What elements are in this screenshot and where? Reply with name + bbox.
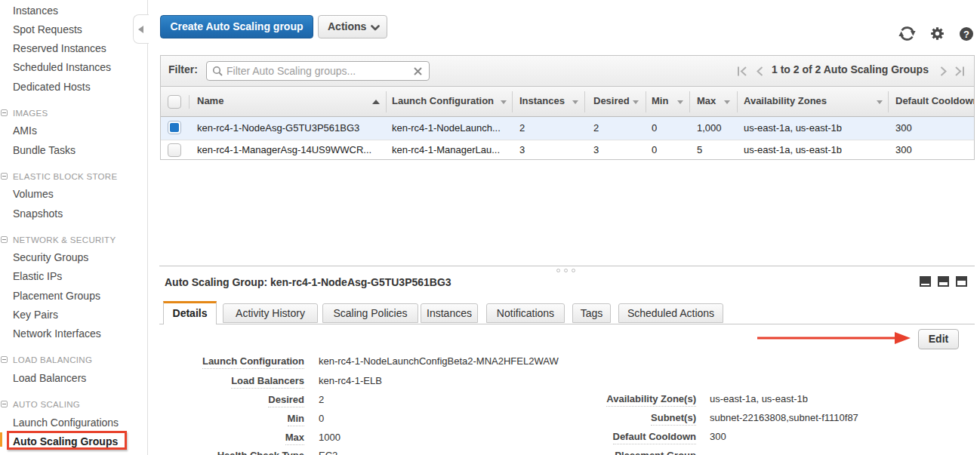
svg-text:?: ? (963, 29, 969, 40)
